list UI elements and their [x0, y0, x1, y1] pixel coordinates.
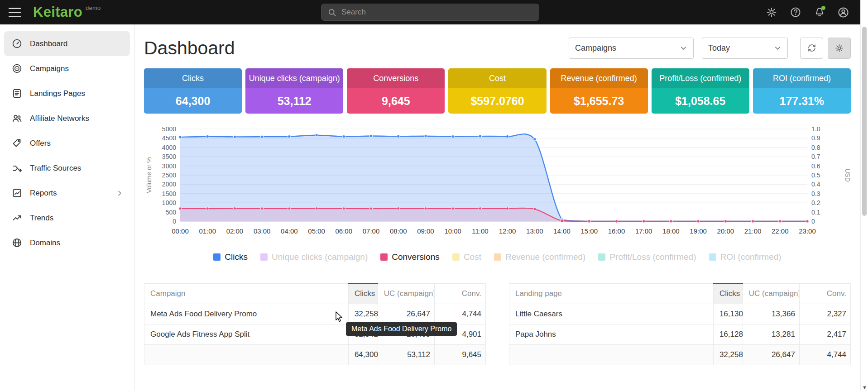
chevron-down-icon	[680, 44, 687, 52]
metric-label: Clicks	[144, 68, 242, 88]
chart-legend: ClicksUnique clicks (campaign)Conversion…	[144, 252, 851, 262]
table-header-row: CampaignClicksUC (campaign)Conv.	[144, 283, 486, 304]
svg-text:1500: 1500	[162, 190, 176, 197]
svg-text:08:00: 08:00	[390, 227, 407, 235]
metric-card-cost[interactable]: Cost$597.0760	[448, 68, 546, 114]
column-header-uc-campaign-[interactable]: UC (campaign)	[378, 283, 434, 304]
dashboard-settings-button[interactable]	[828, 38, 851, 59]
refresh-button[interactable]	[800, 38, 823, 59]
sidebar-item-offers[interactable]: Offers	[4, 131, 130, 156]
legend-item-cost[interactable]: Cost	[452, 252, 481, 262]
svg-text:3000: 3000	[162, 162, 176, 170]
metric-label: Unique clicks (campaign)	[245, 68, 343, 88]
metric-label: ROI (confirmed)	[753, 68, 851, 88]
legend-item-unique-clicks-campaign-[interactable]: Unique clicks (campaign)	[260, 252, 368, 262]
traffic-chart[interactable]: 0500100015002000250030003500400045005000…	[144, 125, 851, 237]
column-header-landing-page[interactable]: Landing page	[509, 283, 714, 304]
sidebar-item-landings-pages[interactable]: Landings Pages	[4, 81, 130, 106]
chevron-down-icon	[774, 44, 782, 52]
legend-swatch	[213, 253, 221, 261]
legend-item-profit-loss-confirmed-[interactable]: Profit/Loss (confirmed)	[598, 252, 696, 262]
metric-value: $1,655.73	[550, 88, 648, 114]
svg-text:4500: 4500	[162, 134, 176, 142]
totals-row: 64,30053,1129,645	[144, 344, 486, 365]
metric-value: 64,300	[144, 88, 242, 114]
grouping-select-value: Campaigns	[575, 43, 616, 53]
metric-value: 177.31%	[753, 88, 851, 114]
globe-icon	[12, 238, 22, 248]
bell-icon[interactable]	[813, 6, 825, 19]
table-row[interactable]: Little Caesars16,13013,3662,327	[509, 304, 851, 324]
svg-text:19:00: 19:00	[690, 227, 707, 235]
svg-text:0.3: 0.3	[811, 190, 820, 197]
metric-card-clicks[interactable]: Clicks64,300	[144, 68, 242, 114]
column-header-clicks[interactable]: Clicks	[348, 283, 378, 304]
value-cell: 2,417	[799, 324, 850, 344]
metric-card-roi-confirmed-[interactable]: ROI (confirmed)177.31%	[753, 68, 851, 114]
svg-text:00:00: 00:00	[172, 227, 189, 235]
sidebar-item-reports[interactable]: Reports	[4, 181, 130, 205]
sidebar-item-campaigns[interactable]: Campaigns	[4, 56, 130, 81]
metric-label: Profit/Loss (confirmed)	[652, 68, 749, 88]
user-icon[interactable]	[837, 6, 849, 19]
column-header-uc-campaign-[interactable]: UC (campaign)	[743, 283, 799, 304]
table-row[interactable]: Meta Ads Food Delivery Promo32,25826,647…	[144, 304, 486, 324]
app-logo[interactable]: Keitarodemo	[33, 4, 101, 20]
svg-text:10:00: 10:00	[444, 227, 461, 235]
column-header-conv-[interactable]: Conv.	[799, 283, 850, 304]
people-icon	[12, 113, 22, 124]
svg-text:0: 0	[811, 218, 815, 225]
grouping-select[interactable]: Campaigns	[569, 38, 694, 59]
sidebar-item-label: Domains	[30, 238, 60, 248]
svg-text:16:00: 16:00	[608, 227, 625, 235]
value-cell: 13,366	[743, 304, 799, 324]
help-icon[interactable]	[789, 6, 801, 19]
sidebar-item-affiliate-networks[interactable]: Affiliate Networks	[4, 106, 130, 131]
value-cell: 26,647	[378, 304, 434, 324]
svg-text:3500: 3500	[162, 153, 176, 160]
legend-swatch	[494, 253, 501, 261]
menu-icon[interactable]	[9, 8, 21, 17]
scrollbar-thumb[interactable]	[862, 27, 867, 216]
svg-text:04:00: 04:00	[281, 227, 298, 235]
topbar: Keitarodemo	[0, 0, 860, 24]
legend-swatch	[598, 253, 605, 261]
legend-swatch	[709, 253, 716, 261]
sidebar-item-traffic-sources[interactable]: Traffic Sources	[4, 156, 130, 181]
sidebar-item-label: Reports	[30, 189, 57, 198]
total-cell	[144, 344, 349, 365]
sidebar-item-domains[interactable]: Domains	[4, 230, 130, 255]
sidebar-item-trends[interactable]: Trends	[4, 205, 130, 230]
svg-text:4000: 4000	[162, 144, 176, 151]
column-header-campaign[interactable]: Campaign	[144, 283, 349, 304]
legend-item-clicks[interactable]: Clicks	[213, 252, 248, 262]
legend-label: Profit/Loss (confirmed)	[609, 252, 696, 262]
sidebar-item-label: Affiliate Networks	[30, 114, 89, 123]
hover-tooltip: Meta Ads Food Delivery Promo	[346, 322, 457, 336]
main-content: Dashboard Campaigns Today	[134, 24, 860, 391]
svg-text:06:00: 06:00	[336, 227, 353, 235]
metric-card-revenue-confirmed-[interactable]: Revenue (confirmed)$1,655.73	[550, 68, 648, 114]
scroll-down-icon[interactable]: ▼	[861, 385, 868, 390]
legend-swatch	[260, 253, 268, 261]
svg-text:Volume or %: Volume or %	[145, 157, 153, 193]
search-input[interactable]	[341, 8, 532, 17]
svg-text:18:00: 18:00	[662, 227, 680, 235]
sidebar-item-dashboard[interactable]: Dashboard	[4, 31, 130, 56]
page-scrollbar[interactable]: ▼	[860, 0, 868, 391]
legend-item-conversions[interactable]: Conversions	[380, 252, 440, 262]
legend-item-roi-confirmed-[interactable]: ROI (confirmed)	[709, 252, 782, 262]
sidebar-item-label: Offers	[30, 139, 51, 148]
search-bar[interactable]	[321, 4, 539, 21]
page-title: Dashboard	[144, 38, 235, 59]
column-header-conv-[interactable]: Conv.	[434, 283, 485, 304]
column-header-clicks[interactable]: Clicks	[713, 283, 743, 304]
metric-card-profit-loss-confirmed-[interactable]: Profit/Loss (confirmed)$1,058.65	[652, 68, 749, 114]
metric-card-unique-clicks-campaign-[interactable]: Unique clicks (campaign)53,112	[245, 68, 343, 114]
metric-card-conversions[interactable]: Conversions9,645	[347, 68, 445, 114]
svg-text:03:00: 03:00	[254, 227, 271, 235]
table-row[interactable]: Papa Johns16,12813,2812,417	[509, 324, 851, 344]
date-range-select[interactable]: Today	[702, 38, 788, 59]
legend-item-revenue-confirmed-[interactable]: Revenue (confirmed)	[494, 252, 585, 262]
gear-icon[interactable]	[765, 6, 777, 19]
